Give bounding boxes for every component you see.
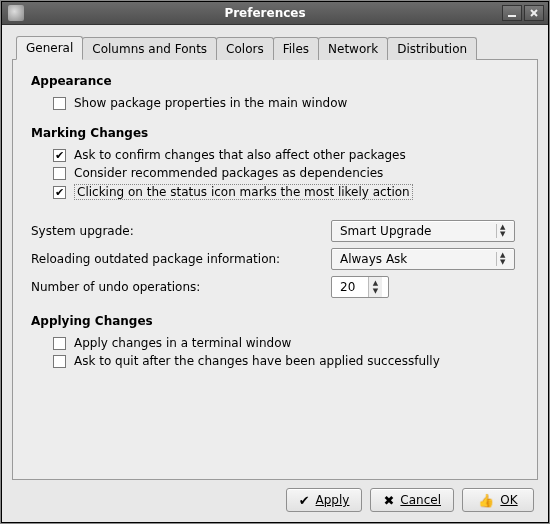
combo-spinner-icon: ▲▼	[496, 252, 510, 266]
tab-colors[interactable]: Colors	[216, 37, 274, 60]
tab-bar: General Columns and Fonts Colors Files N…	[16, 35, 538, 59]
minimize-button[interactable]	[502, 5, 522, 21]
label-apply-terminal: Apply changes in a terminal window	[74, 336, 291, 350]
tab-label: Files	[283, 42, 309, 56]
button-label: Apply	[316, 493, 350, 507]
combo-system-upgrade[interactable]: Smart Upgrade ▲▼	[331, 220, 515, 242]
label-undo-ops: Number of undo operations:	[31, 280, 331, 294]
tab-distribution[interactable]: Distribution	[387, 37, 477, 60]
dialog-button-row: ✔ Apply ✖ Cancel 👍 OK	[12, 480, 538, 514]
label-reload-info: Reloading outdated package information:	[31, 252, 331, 266]
tab-files[interactable]: Files	[273, 37, 319, 60]
button-label: OK	[500, 493, 517, 507]
preferences-window: Preferences General Columns and Fonts Co…	[1, 1, 549, 523]
spinbox-undo-ops[interactable]: ▲▼	[331, 276, 389, 298]
tab-panel-general: Appearance Show package properties in th…	[12, 59, 538, 480]
combo-spinner-icon: ▲▼	[496, 224, 510, 238]
checkbox-ask-quit[interactable]	[53, 355, 66, 368]
combo-reload-info[interactable]: Always Ask ▲▼	[331, 248, 515, 270]
input-undo-ops[interactable]	[338, 279, 368, 295]
checkbox-confirm-affect[interactable]	[53, 149, 66, 162]
tab-network[interactable]: Network	[318, 37, 388, 60]
tab-columns-fonts[interactable]: Columns and Fonts	[82, 37, 217, 60]
combo-value: Always Ask	[340, 252, 490, 266]
window-title: Preferences	[28, 6, 502, 20]
cancel-icon: ✖	[383, 494, 394, 507]
button-label: Cancel	[400, 493, 441, 507]
tab-label: Columns and Fonts	[92, 42, 207, 56]
tab-general[interactable]: General	[16, 36, 83, 60]
close-button[interactable]	[524, 5, 544, 21]
checkbox-show-properties[interactable]	[53, 97, 66, 110]
ok-button[interactable]: 👍 OK	[462, 488, 534, 512]
cancel-button[interactable]: ✖ Cancel	[370, 488, 454, 512]
label-ask-quit: Ask to quit after the changes have been …	[74, 354, 440, 368]
section-marking-heading: Marking Changes	[31, 126, 519, 140]
app-icon	[8, 5, 24, 21]
tab-label: Colors	[226, 42, 264, 56]
tab-label: General	[26, 41, 73, 55]
spinner-icon[interactable]: ▲▼	[368, 277, 382, 297]
label-system-upgrade: System upgrade:	[31, 224, 331, 238]
checkbox-status-icon-action[interactable]	[53, 186, 66, 199]
titlebar[interactable]: Preferences	[2, 2, 548, 25]
tab-label: Distribution	[397, 42, 467, 56]
tab-label: Network	[328, 42, 378, 56]
combo-value: Smart Upgrade	[340, 224, 490, 238]
section-appearance-heading: Appearance	[31, 74, 519, 88]
label-status-icon-action: Clicking on the status icon marks the mo…	[74, 184, 413, 200]
checkbox-recommended-deps[interactable]	[53, 167, 66, 180]
check-icon: ✔	[299, 494, 310, 507]
section-applying-heading: Applying Changes	[31, 314, 519, 328]
ok-icon: 👍	[478, 494, 494, 507]
checkbox-apply-terminal[interactable]	[53, 337, 66, 350]
svg-rect-0	[508, 15, 516, 17]
content-area: General Columns and Fonts Colors Files N…	[2, 25, 548, 522]
label-confirm-affect: Ask to confirm changes that also affect …	[74, 148, 406, 162]
label-recommended-deps: Consider recommended packages as depende…	[74, 166, 383, 180]
apply-button[interactable]: ✔ Apply	[286, 488, 363, 512]
label-show-properties: Show package properties in the main wind…	[74, 96, 347, 110]
